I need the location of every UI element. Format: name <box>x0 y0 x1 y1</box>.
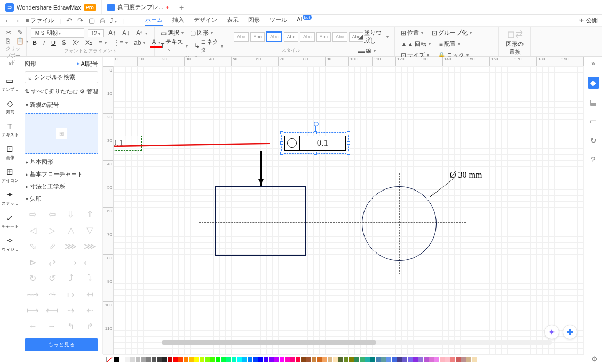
line-spacing-button[interactable]: ≡ <box>97 38 108 47</box>
color-swatch[interactable] <box>338 357 343 362</box>
hscroll-thumb[interactable] <box>162 340 376 345</box>
arrow-shape-item[interactable]: △ <box>62 223 80 237</box>
color-swatch[interactable] <box>418 357 423 362</box>
rstrip-page[interactable]: ▤ <box>588 96 599 108</box>
color-swatch[interactable] <box>322 357 327 362</box>
arrow-shape-item[interactable]: ↦ <box>62 287 80 301</box>
color-swatch[interactable] <box>173 357 178 362</box>
font-size-select[interactable]: 12 <box>88 29 104 37</box>
arrow-shape-item[interactable]: ▽ <box>82 223 99 237</box>
tab-tool[interactable]: ツール <box>270 15 287 26</box>
style-preset-6[interactable]: Abc <box>316 32 331 42</box>
color-swatch[interactable] <box>472 357 477 362</box>
collapse-all-button[interactable]: ⇅ すべて折りたたむ <box>25 88 78 96</box>
rotate-handle[interactable] <box>315 125 316 132</box>
color-swatch[interactable] <box>450 357 455 362</box>
arrow-shape-item[interactable]: ↺ <box>44 271 61 285</box>
color-swatch[interactable] <box>210 357 215 362</box>
export-button[interactable]: ⤴ <box>110 17 117 25</box>
color-swatch[interactable] <box>114 357 119 362</box>
resize-handle-nw[interactable] <box>280 131 283 134</box>
color-swatch[interactable] <box>296 357 300 362</box>
style-preset-4[interactable]: Abc <box>284 32 299 42</box>
align-button[interactable]: ≡ 配置 <box>438 39 462 49</box>
arrow-shape-item[interactable]: ⟻ <box>44 303 61 317</box>
color-swatch[interactable] <box>189 357 194 362</box>
color-swatch[interactable] <box>306 357 311 362</box>
float-ai-button[interactable]: ✦ <box>544 325 559 339</box>
tab-dirty-icon[interactable]: • <box>166 3 169 12</box>
color-swatch[interactable] <box>408 357 413 362</box>
style-preset-3[interactable]: Abc <box>266 31 282 42</box>
color-swatch[interactable] <box>397 357 402 362</box>
color-swatch[interactable] <box>120 357 124 362</box>
lstrip-icon[interactable]: ⊞アイコン <box>2 167 19 184</box>
new-tab-button[interactable]: + <box>174 3 189 12</box>
arrow-shape-item[interactable]: ⊳ <box>25 255 42 269</box>
color-swatch[interactable] <box>274 357 279 362</box>
color-swatch[interactable] <box>445 357 450 362</box>
color-swatch[interactable] <box>253 357 258 362</box>
color-swatch[interactable] <box>248 357 252 362</box>
underline-button[interactable]: U <box>50 39 57 46</box>
color-swatch[interactable] <box>205 357 210 362</box>
lstrip-text[interactable]: Tテキスト <box>2 122 19 138</box>
lstrip-chart[interactable]: ⤢チャート <box>2 213 19 230</box>
color-swatch[interactable] <box>194 357 199 362</box>
arrow-shape-item[interactable]: ↤ <box>82 287 99 301</box>
color-swatch[interactable] <box>312 357 316 362</box>
lstrip-image[interactable]: ⊡画像 <box>6 144 14 161</box>
arrow-shape-item[interactable]: ⇦ <box>44 207 61 221</box>
font-shrink-button[interactable]: A↓ <box>121 29 131 37</box>
color-swatch[interactable] <box>157 357 162 362</box>
bold-button[interactable]: B <box>31 39 38 46</box>
color-swatch[interactable] <box>285 357 290 362</box>
arrow-shape-item[interactable]: ◁ <box>25 223 42 237</box>
italic-button[interactable]: I <box>42 39 46 46</box>
color-swatch[interactable] <box>200 357 204 362</box>
document-tab[interactable]: 真円度テンプレ... • <box>101 0 174 14</box>
rectangle-shape[interactable] <box>215 186 306 256</box>
rstrip-theme[interactable]: ◆ <box>588 77 599 89</box>
color-swatch[interactable] <box>125 357 130 362</box>
color-swatch[interactable] <box>216 357 220 362</box>
color-swatch[interactable] <box>376 357 381 362</box>
select-tool[interactable]: ▭ 選択 <box>159 28 185 37</box>
color-swatch[interactable] <box>434 357 439 362</box>
color-swatch[interactable] <box>413 357 418 362</box>
resize-handle-w[interactable] <box>280 141 283 145</box>
color-swatch[interactable] <box>280 357 284 362</box>
dimension-label[interactable]: Ø 30 mm <box>450 170 482 180</box>
undo-button[interactable]: ↶ <box>66 17 72 25</box>
arrow-shape-item[interactable]: ⇄ <box>44 255 61 269</box>
drawing-canvas[interactable]: Ø 30 mm 0.1 0.1 ✦ <box>114 66 584 354</box>
connector-tool[interactable]: ↳ コネクタ <box>193 37 225 54</box>
color-swatch[interactable] <box>221 357 226 362</box>
section-engineering[interactable]: ▸ 寸法と工学系 <box>20 180 102 193</box>
arrow-shape-item[interactable]: ⤳ <box>44 287 61 301</box>
superscript-button[interactable]: X² <box>71 38 81 47</box>
arrow-shape-item[interactable]: ⤴ <box>62 271 80 285</box>
arrow-shape-item[interactable]: ⬃ <box>44 239 61 253</box>
color-swatch[interactable] <box>333 357 338 362</box>
color-swatch[interactable] <box>232 357 236 362</box>
color-swatch[interactable] <box>290 357 295 362</box>
color-swatch[interactable] <box>237 357 242 362</box>
color-swatch[interactable] <box>466 357 471 362</box>
style-preset-1[interactable]: Abc <box>234 32 249 42</box>
color-swatch[interactable] <box>429 357 434 362</box>
highlight-button[interactable]: ab <box>132 38 147 47</box>
font-case-button[interactable]: Aᵃ <box>134 29 149 37</box>
print-button[interactable]: ⎙ <box>100 17 105 25</box>
color-swatch[interactable] <box>386 357 391 362</box>
arrow-shape-item[interactable]: → <box>44 319 61 333</box>
style-preset-2[interactable]: Abc <box>250 32 265 42</box>
color-swatch[interactable] <box>136 357 140 362</box>
color-swatch[interactable] <box>152 357 156 362</box>
bullet-button[interactable]: ⋮≡ <box>112 38 129 47</box>
canvas-hscrollbar[interactable] <box>162 340 552 345</box>
arrow-shape-item[interactable]: ⟵ <box>82 255 99 269</box>
rstrip-help[interactable]: ? <box>588 154 599 165</box>
arrow-shape-item[interactable]: ↻ <box>25 271 42 285</box>
arrow-shape-item[interactable]: ⋙ <box>62 239 80 253</box>
